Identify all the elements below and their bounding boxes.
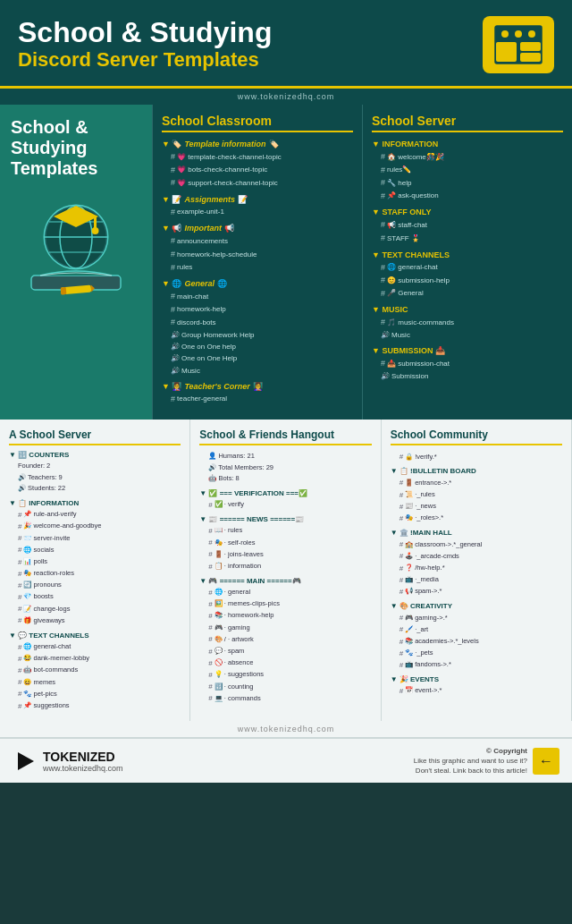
- channel-item: # announcements: [162, 234, 353, 248]
- footer-copyright: © Copyright Like this graphic and want t…: [414, 746, 527, 776]
- school-friends-title: School & Friends Hangout: [199, 428, 371, 445]
- channel-item: 🔊 Music: [162, 365, 353, 377]
- teachers-corner-cat: ▼ 👩‍🏫 Teacher's Corner 👩‍🏫: [162, 382, 353, 391]
- svg-point-1: [501, 30, 509, 38]
- information-cat: ▼ INFORMATION: [372, 140, 563, 148]
- b-channel: # 🌐 general-chat: [9, 641, 181, 653]
- channel-item: # 💗 template-check-channel-topic: [162, 150, 353, 164]
- b-channel: # 🔒 !verify.*: [391, 451, 562, 462]
- b-channel: # 📊 polls: [9, 556, 181, 568]
- b-channel: 🔊 Students: 22: [9, 483, 181, 495]
- b-channel: # 🎮 · gaming: [199, 622, 371, 633]
- left-panel-icon: [11, 197, 141, 304]
- channel-item: # 📥 submission-chat: [372, 357, 563, 370]
- channel-item: # STAFF 🎖️: [372, 232, 563, 245]
- main-title: School & Studying: [18, 17, 272, 48]
- channel-item: # 🎤 General: [372, 287, 563, 301]
- a-school-server-title: A School Server: [9, 428, 181, 445]
- b-channel: Founder: 2: [9, 461, 181, 472]
- music-cat: ▼ MUSIC: [372, 305, 563, 314]
- header-icon: [483, 16, 554, 73]
- svg-point-3: [528, 30, 535, 38]
- channel-item: # homework-help: [162, 303, 353, 317]
- b-channel: # 📌 rule-and-verify: [9, 509, 181, 521]
- b-channel: # 🤖 bot-commands: [9, 665, 181, 676]
- submission-section: ▼ SUBMISSION 📥 # 📥 submission-chat 🔊 Sub…: [372, 346, 563, 382]
- main-hall-cat-b: ▼ 🏛️ !MAIN HALL: [391, 529, 562, 537]
- assignments-section: ▼ 📝 Assignments 📝 # example-unit-1: [162, 195, 353, 219]
- template-info-section: ▼ 🏷️ Template information 🏷️ # 💗 templat…: [162, 140, 353, 190]
- b-channel: # 📨 server-invite: [9, 532, 181, 544]
- template-info-cat: ▼ 🏷️ Template information 🏷️: [162, 140, 353, 148]
- b-channel: # 🎭 · self-roles: [199, 537, 371, 548]
- b-channel: # 📋 · information: [199, 561, 371, 572]
- sub-title: Discord Server Templates: [18, 48, 272, 72]
- channel-item: # rules: [162, 261, 353, 275]
- bottom-grid: A School Server ▼ 🔢 COUNTERS Founder: 2 …: [0, 420, 572, 721]
- channel-item: # main-chat: [162, 290, 353, 303]
- header-website: www.tokenizedhq.com: [0, 89, 572, 105]
- b-channel: # 🚪 entrance->.*: [391, 477, 562, 488]
- channel-item: 🔊 One on One Help: [162, 352, 353, 364]
- school-community-title: School Community: [391, 428, 562, 445]
- school-server-col: School Server ▼ INFORMATION # 🏠 welcome🎊…: [362, 105, 572, 420]
- b-channel: # 📌 suggestions: [9, 700, 181, 712]
- footer-url: www.tokenizedhq.com: [43, 764, 123, 773]
- left-panel-title: School & Studying Templates: [11, 117, 141, 179]
- b-channel: # 📰 ·_news: [391, 501, 562, 513]
- b-channel: # 📝 change-logs: [9, 603, 181, 615]
- b-channel: # 🎉 welcome-and-goodbye: [9, 521, 181, 532]
- channel-item: # 🌐 general-chat: [372, 261, 563, 275]
- b-channel: # 🎨 / · artwork: [199, 633, 371, 645]
- svg-rect-6: [520, 53, 541, 62]
- b-channel: # 🚪 · joins-leaves: [199, 548, 371, 560]
- b-channel: # 🔢 · counting: [199, 681, 371, 692]
- b-channel: # 📢 spam->.*: [391, 586, 562, 598]
- channel-item: # rules✏️: [372, 164, 563, 177]
- b-channel: # ✅ · verify: [199, 499, 371, 511]
- svg-rect-4: [496, 42, 517, 62]
- text-channels-cat: ▼ TEXT CHANNELS: [372, 250, 563, 259]
- website-url-middle: www.tokenizedhq.com: [0, 721, 572, 737]
- b-channel: # ❓ /hw-help.*: [391, 563, 562, 574]
- b-channel: # 📚 · homework-help: [199, 610, 371, 622]
- svg-point-15: [92, 227, 99, 234]
- b-channel: # 🎮 gaming->.*: [391, 612, 562, 623]
- b-channel: # 🌐 socials: [9, 544, 181, 555]
- assignments-cat: ▼ 📝 Assignments 📝: [162, 195, 353, 204]
- b-channel: # 📖 · rules: [199, 525, 371, 537]
- left-panel: School & Studying Templates: [0, 105, 152, 420]
- school-classroom-col: School Classroom ▼ 🏷️ Template informati…: [152, 105, 362, 420]
- svg-rect-5: [520, 42, 541, 51]
- information-section: ▼ INFORMATION # 🏠 welcome🎊🎉 # rules✏️ # …: [372, 140, 563, 202]
- channel-item: # teacher-general: [162, 393, 353, 406]
- b-channel: # 🖼️ · memes-clips-pics: [199, 598, 371, 610]
- channel-item: # 🎵 music-commands: [372, 316, 563, 329]
- channel-item: # 💗 support-check-channel-topic: [162, 176, 353, 190]
- text-channels-cat-b: ▼ 💬 TEXT CHANNELS: [9, 632, 181, 640]
- a-school-server-panel: A School Server ▼ 🔢 COUNTERS Founder: 2 …: [0, 420, 190, 721]
- staff-only-cat: ▼ STAFF ONLY: [372, 208, 563, 216]
- school-friends-panel: School & Friends Hangout 👤 Humans: 21 🔊 …: [190, 420, 381, 721]
- music-section: ▼ MUSIC # 🎵 music-commands 🔊 Music: [372, 305, 563, 341]
- svg-rect-19: [61, 287, 67, 294]
- b-channel: 🔊 Total Members: 29: [199, 462, 371, 474]
- b-channel: # 🌐 · general: [199, 587, 371, 598]
- channel-item: 🔊 Submission: [372, 370, 563, 382]
- b-channel: # 📅 event->.*: [391, 685, 562, 697]
- channel-item: # 📢 staff-chat: [372, 218, 563, 232]
- school-classroom-title: School Classroom: [162, 114, 353, 132]
- b-channel: # 💻 · commands: [199, 692, 371, 704]
- channel-item: # 😊 submission-help: [372, 274, 563, 287]
- b-channel: # 🚫 · absence: [199, 657, 371, 669]
- news-cat-b: ▼ 📰 ====== NEWS ======📰: [199, 515, 371, 523]
- header-text: School & Studying Discord Server Templat…: [18, 17, 272, 72]
- important-section: ▼ 📢 Important 📢 # announcements # homewo…: [162, 224, 353, 274]
- footer-right: © Copyright Like this graphic and want t…: [414, 746, 559, 776]
- channel-item: 🔊 Music: [372, 329, 563, 341]
- svg-point-2: [515, 30, 522, 38]
- b-channel: # 😆 memes: [9, 676, 181, 688]
- b-channel: # 🏫 classroom->.*_general: [391, 538, 562, 550]
- staff-only-section: ▼ STAFF ONLY # 📢 staff-chat # STAFF 🎖️: [372, 208, 563, 244]
- svg-marker-20: [18, 752, 34, 770]
